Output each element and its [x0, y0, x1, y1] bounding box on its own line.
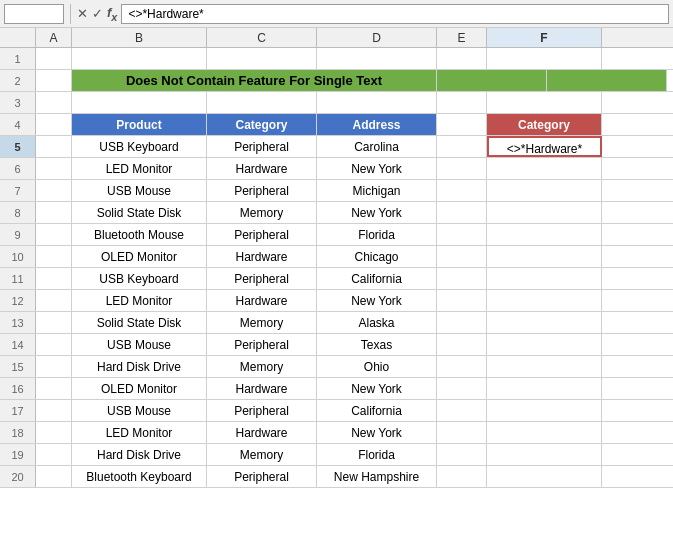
cell-f-4[interactable]: Category [487, 114, 602, 135]
cell-d-3[interactable] [317, 92, 437, 113]
cell-d-14[interactable]: Texas [317, 334, 437, 355]
cell-d-19[interactable]: Florida [317, 444, 437, 465]
cell-f-3[interactable] [487, 92, 602, 113]
cell-b-15[interactable]: Hard Disk Drive [72, 356, 207, 377]
cell-c-18[interactable]: Hardware [207, 422, 317, 443]
cell-c-3[interactable] [207, 92, 317, 113]
confirm-icon[interactable]: ✓ [92, 6, 103, 21]
cell-reference-box[interactable] [4, 4, 64, 24]
cell-e-6[interactable] [437, 158, 487, 179]
cell-d-20[interactable]: New Hampshire [317, 466, 437, 487]
cell-f-7[interactable] [487, 180, 602, 201]
cell-f-10[interactable] [487, 246, 602, 267]
function-icon[interactable]: fx [107, 5, 117, 23]
cell-a-5[interactable] [36, 136, 72, 157]
cell-d-13[interactable]: Alaska [317, 312, 437, 333]
cell-f-1[interactable] [487, 48, 602, 69]
cell-a-9[interactable] [36, 224, 72, 245]
col-header-d[interactable]: D [317, 28, 437, 47]
cell-c-6[interactable]: Hardware [207, 158, 317, 179]
cell-c-10[interactable]: Hardware [207, 246, 317, 267]
cell-a-6[interactable] [36, 158, 72, 179]
cell-e-5[interactable] [437, 136, 487, 157]
cell-e-9[interactable] [437, 224, 487, 245]
cell-e-10[interactable] [437, 246, 487, 267]
cell-b-16[interactable]: OLED Monitor [72, 378, 207, 399]
cell-a-4[interactable] [36, 114, 72, 135]
cell-f-20[interactable] [487, 466, 602, 487]
cell-a-1[interactable] [36, 48, 72, 69]
cell-b-10[interactable]: OLED Monitor [72, 246, 207, 267]
cell-b-19[interactable]: Hard Disk Drive [72, 444, 207, 465]
cell-d-2[interactable] [547, 70, 667, 91]
cell-d-1[interactable] [317, 48, 437, 69]
col-header-f[interactable]: F [487, 28, 602, 47]
cell-b-4[interactable]: Product [72, 114, 207, 135]
cell-a-7[interactable] [36, 180, 72, 201]
cell-c-8[interactable]: Memory [207, 202, 317, 223]
cell-c-9[interactable]: Peripheral [207, 224, 317, 245]
cell-c-7[interactable]: Peripheral [207, 180, 317, 201]
cell-c-2[interactable] [437, 70, 547, 91]
formula-input[interactable] [121, 4, 669, 24]
cell-a-11[interactable] [36, 268, 72, 289]
cell-b-9[interactable]: Bluetooth Mouse [72, 224, 207, 245]
cell-d-8[interactable]: New York [317, 202, 437, 223]
cell-a-8[interactable] [36, 202, 72, 223]
cell-b-8[interactable]: Solid State Disk [72, 202, 207, 223]
col-header-a[interactable]: A [36, 28, 72, 47]
cell-b-7[interactable]: USB Mouse [72, 180, 207, 201]
cell-a-14[interactable] [36, 334, 72, 355]
cell-f-8[interactable] [487, 202, 602, 223]
cell-e-2[interactable] [667, 70, 673, 91]
cell-d-18[interactable]: New York [317, 422, 437, 443]
cell-a-16[interactable] [36, 378, 72, 399]
cell-f-19[interactable] [487, 444, 602, 465]
cell-f-9[interactable] [487, 224, 602, 245]
cell-b-13[interactable]: Solid State Disk [72, 312, 207, 333]
cell-d-17[interactable]: California [317, 400, 437, 421]
cancel-icon[interactable]: ✕ [77, 6, 88, 21]
cell-c-12[interactable]: Hardware [207, 290, 317, 311]
cell-e-20[interactable] [437, 466, 487, 487]
col-header-c[interactable]: C [207, 28, 317, 47]
cell-e-4[interactable] [437, 114, 487, 135]
cell-d-4[interactable]: Address [317, 114, 437, 135]
cell-e-17[interactable] [437, 400, 487, 421]
cell-b-20[interactable]: Bluetooth Keyboard [72, 466, 207, 487]
cell-c-5[interactable]: Peripheral [207, 136, 317, 157]
cell-d-15[interactable]: Ohio [317, 356, 437, 377]
cell-f-14[interactable] [487, 334, 602, 355]
cell-e-8[interactable] [437, 202, 487, 223]
cell-f-17[interactable] [487, 400, 602, 421]
cell-c-19[interactable]: Memory [207, 444, 317, 465]
cell-d-12[interactable]: New York [317, 290, 437, 311]
cell-e-19[interactable] [437, 444, 487, 465]
cell-d-9[interactable]: Florida [317, 224, 437, 245]
cell-d-10[interactable]: Chicago [317, 246, 437, 267]
cell-c-17[interactable]: Peripheral [207, 400, 317, 421]
cell-f-15[interactable] [487, 356, 602, 377]
cell-e-13[interactable] [437, 312, 487, 333]
cell-e-3[interactable] [437, 92, 487, 113]
cell-b-17[interactable]: USB Mouse [72, 400, 207, 421]
cell-e-16[interactable] [437, 378, 487, 399]
col-header-b[interactable]: B [72, 28, 207, 47]
cell-a-19[interactable] [36, 444, 72, 465]
cell-a-10[interactable] [36, 246, 72, 267]
cell-d-11[interactable]: California [317, 268, 437, 289]
cell-e-12[interactable] [437, 290, 487, 311]
cell-d-7[interactable]: Michigan [317, 180, 437, 201]
cell-e-1[interactable] [437, 48, 487, 69]
cell-e-15[interactable] [437, 356, 487, 377]
cell-e-14[interactable] [437, 334, 487, 355]
cell-b-5[interactable]: USB Keyboard [72, 136, 207, 157]
cell-d-16[interactable]: New York [317, 378, 437, 399]
cell-a-12[interactable] [36, 290, 72, 311]
cell-f-6[interactable] [487, 158, 602, 179]
cell-a-3[interactable] [36, 92, 72, 113]
cell-e-18[interactable] [437, 422, 487, 443]
cell-f-12[interactable] [487, 290, 602, 311]
cell-c-13[interactable]: Memory [207, 312, 317, 333]
cell-b-12[interactable]: LED Monitor [72, 290, 207, 311]
